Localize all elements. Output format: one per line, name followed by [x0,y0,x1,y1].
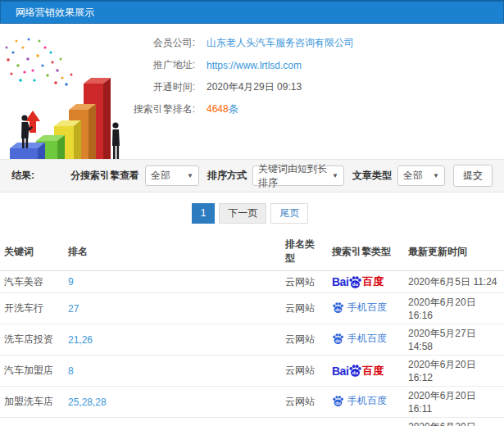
table-row: 汽车加盟店 8 云网站 Bai du 百度 2020年6月20日 16:12 [0,356,504,387]
svg-text:du: du [352,282,359,287]
info-row-opened: 开通时间: 2020年4月29日 09:13 [129,76,354,98]
sort-selected: 关键词由短到长排序 [258,162,328,190]
keyword-rank-table: 关键词 排名 排名类型 搜索引擎类型 最新更新时间 汽车美容 9 云网站 Bai… [0,233,504,426]
rank-cell: 9 [64,271,281,293]
rank-type-cell: 云网站 [281,356,328,387]
sort-label: 排序方式 [207,169,247,183]
info-row-company: 会员公司: 山东老人头汽车服务咨询有限公司 [129,32,354,54]
shouji-baidu-logo: du 手机百度 [332,301,387,315]
page-1-button[interactable]: 1 [192,203,216,224]
rank-cell: 8 [64,356,281,387]
rank-link[interactable]: 27 [68,303,79,315]
table-body: 汽车美容 9 云网站 Bai du 百度 2020年6月5日 11:24开洗车行… [0,271,504,426]
keyword-cell: 洗车赚钱吗 [0,418,64,426]
pagination: 1 下一页 尾页 [0,203,504,224]
updated-cell: 2020年6月20日 16:11 [404,387,504,418]
article-type-select[interactable]: 全部 ▼ [397,165,445,186]
updated-cell: 2020年6月20日 16:12 [404,418,504,426]
article-type-selected: 全部 [403,169,423,183]
engine-type-cell: du 手机百度 [328,293,404,324]
engine-type-cell: Bai du 百度 [328,271,404,293]
engine-view-select[interactable]: 全部 ▼ [145,165,199,186]
rank-cell: 25,28,28 [64,387,281,418]
keyword-cell: 汽车美容 [0,271,64,293]
shouji-baidu-label: 手机百度 [347,301,387,315]
shouji-baidu-label: 手机百度 [347,332,387,346]
promo-url-label: 推广地址: [129,58,195,72]
baidu-paw-icon: du [348,275,362,289]
page-header: 网络营销效果展示 [0,0,504,24]
engine-type-cell: Bai du 百度 [328,356,404,387]
baidu-paw-icon: du [348,364,362,378]
sort-select[interactable]: 关键词由短到长排序 ▼ [252,165,344,186]
table-row: 汽车美容 9 云网站 Bai du 百度 2020年6月5日 11:24 [0,271,504,293]
rank-cell: 21,26 [64,324,281,356]
last-page-button[interactable]: 尾页 [270,203,308,224]
rank-type-cell: 云网站 [281,387,328,418]
table-header-row: 关键词 排名 排名类型 搜索引擎类型 最新更新时间 [0,233,504,271]
businessman-right [112,122,120,159]
chevron-down-icon: ▼ [187,172,193,179]
company-info-list: 会员公司: 山东老人头汽车服务咨询有限公司 推广地址: https://www.… [129,32,354,120]
svg-text:du: du [352,370,359,375]
keyword-cell: 洗车店投资 [0,324,64,356]
updated-cell: 2020年6月20日 16:16 [404,293,504,324]
header-updated: 最新更新时间 [404,233,504,271]
engine-view-selected: 全部 [151,169,170,183]
engine-rank-label: 搜索引擎排名: [129,102,195,116]
rank-unit: 条 [229,103,238,115]
rank-type-cell: 云网站 [281,324,328,356]
info-row-rank: 搜索引擎排名: 4648条 [129,98,354,120]
baidu-logo-bai: Bai [332,275,348,288]
baidu-paw-icon: du [332,395,344,407]
confetti-dots [6,39,73,86]
baidu-logo-bai: Bai [332,365,348,378]
rank-cell: 27 [64,293,281,324]
open-time-label: 开通时间: [129,80,195,94]
chevron-down-icon: ▼ [332,172,338,179]
updated-cell: 2020年6月5日 11:24 [404,271,504,293]
shouji-baidu-logo: du 手机百度 [332,332,387,346]
baidu-logo-cn: 百度 [362,364,384,378]
keyword-cell: 加盟洗车店 [0,387,64,418]
table-row: 洗车店投资 21,26 云网站 du 手机百度 2020年5月27日 14:58 [0,324,504,356]
baidu-logo: Bai du 百度 [332,364,384,378]
company-label: 会员公司: [129,36,195,50]
next-page-button[interactable]: 下一页 [219,203,266,224]
company-info-section: 会员公司: 山东老人头汽车服务咨询有限公司 推广地址: https://www.… [0,24,504,159]
baidu-logo: Bai du 百度 [332,274,384,289]
baidu-logo-cn: 百度 [362,274,384,289]
svg-text:du: du [335,338,340,343]
svg-text:du: du [335,401,340,406]
result-label: 结果: [11,169,34,183]
engine-rank-value: 4648条 [207,102,238,116]
filter-bar: 结果: 分搜索引擎查看 全部 ▼ 排序方式 关键词由短到长排序 ▼ 文章类型 全… [0,159,504,193]
shouji-baidu-label: 手机百度 [347,394,387,408]
table-row: 洗车赚钱吗 30 云网站 du 手机百度 2020年6月20日 16:12 [0,418,504,426]
submit-button[interactable]: 提交 [453,165,493,187]
table-row: 加盟洗车店 25,28,28 云网站 du 手机百度 2020年6月20日 16… [0,387,504,418]
rank-link[interactable]: 21,26 [68,334,93,346]
engine-type-cell: du 手机百度 [328,418,404,426]
engine-type-cell: du 手机百度 [328,387,404,418]
table-row: 开洗车行 27 云网站 du 手机百度 2020年6月20日 16:16 [0,293,504,324]
rank-link[interactable]: 9 [68,276,74,288]
shouji-baidu-logo: du 手机百度 [332,394,387,408]
info-row-url: 推广地址: https://www.lrtlsd.com [129,54,354,76]
open-time-value: 2020年4月29日 09:13 [207,80,302,94]
header-keyword: 关键词 [0,233,64,271]
rank-cell: 30 [64,418,281,426]
updated-cell: 2020年6月20日 16:12 [404,356,504,387]
promo-url-link[interactable]: https://www.lrtlsd.com [207,60,302,71]
rank-link[interactable]: 25,28,28 [68,397,107,408]
baidu-paw-icon: du [332,301,344,314]
keyword-cell: 汽车加盟店 [0,356,64,387]
company-link[interactable]: 山东老人头汽车服务咨询有限公司 [207,36,354,50]
header-engine-type: 搜索引擎类型 [328,233,404,271]
engine-type-cell: du 手机百度 [328,324,404,356]
rank-link[interactable]: 8 [68,365,74,377]
header-rank: 排名 [64,233,281,271]
rank-type-cell: 云网站 [281,293,328,324]
baidu-paw-icon: du [332,333,344,345]
rank-type-cell: 云网站 [281,271,328,293]
